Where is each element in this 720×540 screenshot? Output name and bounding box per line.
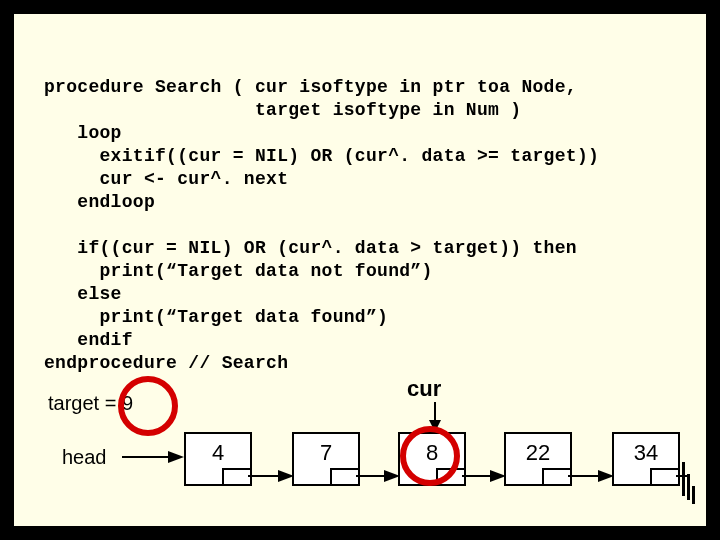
- svg-marker-5: [278, 470, 294, 482]
- node-value: 4: [186, 440, 250, 466]
- list-node: 4: [184, 432, 252, 486]
- svg-marker-3: [168, 451, 184, 463]
- svg-marker-11: [598, 470, 614, 482]
- list-node: 34: [612, 432, 680, 486]
- node-next-box: [330, 468, 358, 484]
- link-arrow-icon: [356, 468, 400, 488]
- node-next-box: [650, 468, 678, 484]
- cur-highlight-circle: [400, 426, 460, 486]
- target-highlight-circle: [118, 376, 178, 436]
- head-arrow-icon: [122, 447, 184, 467]
- node-value: 7: [294, 440, 358, 466]
- list-node: 7: [292, 432, 360, 486]
- head-label: head: [62, 446, 107, 469]
- svg-marker-7: [384, 470, 400, 482]
- link-arrow-icon: [248, 468, 294, 488]
- node-value: 22: [506, 440, 570, 466]
- pseudocode-block: procedure Search ( cur isoftype in ptr t…: [44, 76, 684, 375]
- node-next-box: [542, 468, 570, 484]
- list-node: 22: [504, 432, 572, 486]
- svg-marker-9: [490, 470, 506, 482]
- node-value: 34: [614, 440, 678, 466]
- nil-terminator-icon: [680, 462, 695, 501]
- node-next-box: [222, 468, 250, 484]
- cur-label: cur: [407, 376, 441, 402]
- link-arrow-icon: [568, 468, 614, 488]
- link-arrow-icon: [462, 468, 506, 488]
